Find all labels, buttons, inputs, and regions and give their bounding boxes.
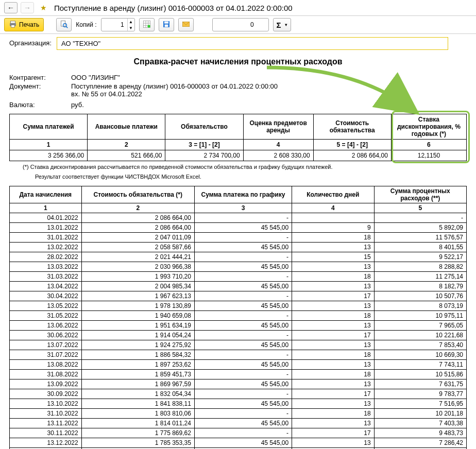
t2s2: 2 <box>81 203 194 213</box>
table-cell: 45 545,00 <box>194 340 292 350</box>
summary-header-row: Сумма платежей Авансовые платежи Обязате… <box>10 114 467 140</box>
table-cell: 28.02.2022 <box>10 252 82 262</box>
summary-table: Сумма платежей Авансовые платежи Обязате… <box>9 114 467 161</box>
t1v6: 12,1150 <box>391 150 466 161</box>
table-cell: 30.09.2022 <box>10 389 82 399</box>
table-cell: 9 483,73 <box>374 428 466 438</box>
table-cell: 30.11.2022 <box>10 428 82 438</box>
table-cell: 10 975,11 <box>374 310 466 320</box>
table-cell: 13 <box>292 242 375 252</box>
table-cell: 04.01.2022 <box>10 213 82 222</box>
table-cell: 1 993 710,20 <box>81 271 194 281</box>
table-row: 13.09.20221 869 967,5945 545,00137 631,7… <box>10 379 467 389</box>
table-row: 13.06.20221 951 634,1945 545,00137 965,0… <box>10 320 467 330</box>
table-cell: 13.02.2022 <box>10 242 82 252</box>
sum-input[interactable] <box>213 21 257 28</box>
table-cell: 17 <box>292 291 375 301</box>
table-cell: 9 522,17 <box>374 252 466 262</box>
grid-button[interactable] <box>139 18 155 31</box>
table-row: 13.12.20221 785 353,3545 545,00137 286,4… <box>10 438 467 447</box>
preview-button[interactable] <box>56 18 72 31</box>
svg-point-11 <box>147 25 150 27</box>
footnote-line1: (*) Ставка дисконтирования рассчитываетс… <box>23 163 467 171</box>
table-cell: 15 <box>292 252 375 262</box>
table-cell: 9 783,77 <box>374 389 466 399</box>
svg-rect-0 <box>10 21 15 23</box>
t1h1: Сумма платежей <box>10 114 88 140</box>
t2h2: Стоимость обязательства (*) <box>81 186 194 203</box>
table-row: 28.02.20222 021 444,21-159 522,17 <box>10 252 467 262</box>
table-cell: 18 <box>292 408 375 418</box>
table-cell: 45 545,00 <box>194 379 292 389</box>
table-cell <box>292 213 375 222</box>
table-row: 30.06.20221 914 054,24-1710 221,68 <box>10 330 467 340</box>
table-cell: 10 201,18 <box>374 408 466 418</box>
t1s6: 6 <box>391 140 466 150</box>
svg-line-5 <box>66 26 68 28</box>
table-cell: 8 288,82 <box>374 262 466 271</box>
table-cell: 31.10.2022 <box>10 408 82 418</box>
t2h5: Сумма процентных расходов (**) <box>374 186 466 203</box>
table-cell: 31.05.2022 <box>10 310 82 320</box>
t1s3: 3 = [1] - [2] <box>165 140 243 150</box>
table-cell: 10 669,30 <box>374 350 466 359</box>
currency-value: руб. <box>71 101 84 109</box>
t2h3: Сумма платежа по графику <box>194 186 292 203</box>
table-cell: 45 545,00 <box>194 320 292 330</box>
table-cell: 18 <box>292 369 375 379</box>
t2h4: Количество дней <box>292 186 375 203</box>
document-line1: Поступление в аренду (лизинг) 0016-00000… <box>71 82 278 90</box>
table-row: 31.10.20221 803 810,06-1810 201,18 <box>10 408 467 418</box>
table-cell: 17 <box>292 330 375 340</box>
table-cell: 1 803 810,06 <box>81 408 194 418</box>
print-button[interactable]: Печать <box>4 18 44 31</box>
table-cell: 2 004 985,34 <box>81 281 194 291</box>
nav-forward-button[interactable]: → <box>21 2 34 13</box>
table-cell: - <box>374 213 466 222</box>
table-cell: 13.06.2022 <box>10 320 82 330</box>
report-title: Справка-расчет начисления процентных рас… <box>9 57 467 66</box>
floppy-icon <box>162 20 171 30</box>
document-line2: вх. № 55 от 04.01.2022 <box>71 90 278 98</box>
table-cell: 1 967 623,13 <box>81 291 194 301</box>
table-cell: - <box>194 213 292 222</box>
table-row: 30.09.20221 832 054,34-179 783,77 <box>10 389 467 399</box>
copies-spinner[interactable]: ▲ ▼ <box>101 18 135 31</box>
table-cell: 13 <box>292 262 375 271</box>
table-cell: 18 <box>292 350 375 359</box>
copies-up[interactable]: ▲ <box>127 19 134 25</box>
table-cell: 18 <box>292 271 375 281</box>
organization-label: Организация: <box>9 37 52 50</box>
table-cell: 13 <box>292 301 375 310</box>
printer-icon <box>9 20 17 30</box>
table-cell: 13.11.2022 <box>10 418 82 428</box>
table-cell: 7 403,38 <box>374 418 466 428</box>
sum-field[interactable] <box>212 18 269 31</box>
window-title: Поступление в аренду (лизинг) 0016-00000… <box>50 4 293 12</box>
table-row: 13.05.20221 978 130,8945 545,00138 073,1… <box>10 301 467 310</box>
nav-back-button[interactable]: ← <box>4 2 18 13</box>
table-cell: 18 <box>292 310 375 320</box>
table-row: 30.04.20221 967 623,13-1710 507,76 <box>10 291 467 301</box>
table-cell: 31.07.2022 <box>10 350 82 359</box>
organization-field[interactable]: АО "ТЕХНО" <box>57 37 448 50</box>
schedule-header-row: Дата начисления Стоимость обязательства … <box>10 186 467 203</box>
copies-down[interactable]: ▼ <box>127 25 134 31</box>
favorite-icon[interactable]: ★ <box>40 4 47 12</box>
table-cell: 45 545,00 <box>194 222 292 232</box>
organization-row: Организация: АО "ТЕХНО" <box>0 34 476 55</box>
copies-input[interactable] <box>101 21 127 28</box>
t1h5: Стоимость обязательства <box>313 114 391 140</box>
email-button[interactable] <box>178 18 194 31</box>
table-cell: 1 886 584,32 <box>81 350 194 359</box>
table-row: 31.05.20221 940 659,08-1810 975,11 <box>10 310 467 320</box>
save-button[interactable] <box>159 18 174 31</box>
table-row: 31.03.20221 993 710,20-1811 275,14 <box>10 271 467 281</box>
counterparty-label: Контрагент: <box>9 74 71 81</box>
table-cell: 1 924 275,92 <box>81 340 194 350</box>
t1v3: 2 734 700,00 <box>165 150 243 161</box>
sigma-button[interactable]: Σ ▾ <box>273 18 291 31</box>
organization-value: АО "ТЕХНО" <box>61 40 100 47</box>
table-row: 31.07.20221 886 584,32-1810 669,30 <box>10 350 467 359</box>
t2h1: Дата начисления <box>10 186 82 203</box>
